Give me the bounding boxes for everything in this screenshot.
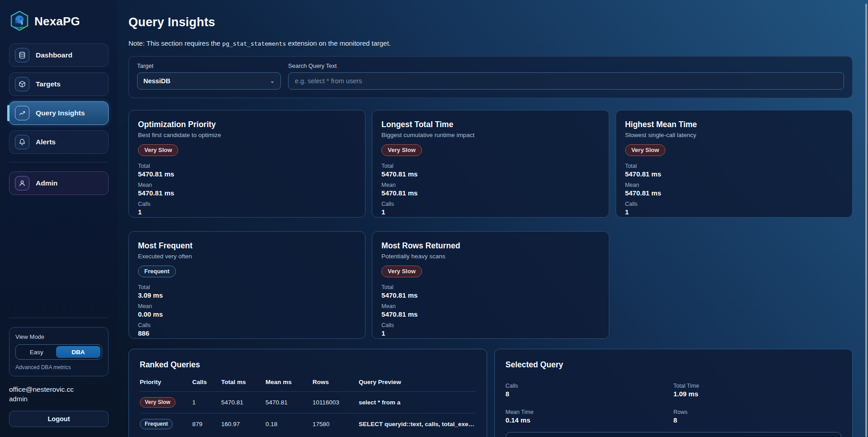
- card-subtitle: Executed very often: [138, 253, 356, 260]
- table-row[interactable]: Very Slow 1 5470.81 5470.81 10116003 sel…: [140, 391, 476, 413]
- view-mode-toggle: Easy DBA: [15, 344, 102, 360]
- column-header-rows: Rows: [313, 379, 353, 385]
- sidebar-divider: [9, 162, 109, 162]
- cell-rows: 17580: [313, 421, 353, 428]
- search-label: Search Query Text: [288, 62, 844, 69]
- column-header-mean-ms: Mean ms: [266, 379, 307, 385]
- sidebar-item-alerts[interactable]: Alerts: [9, 130, 109, 154]
- cell-total-ms: 160.97: [221, 421, 260, 428]
- sidebar-item-query-insights[interactable]: Query Insights: [9, 101, 109, 125]
- card-most-rows-returned: Most Rows Returned Potentially heavy sca…: [372, 231, 609, 339]
- sidebar-item-label: Query Insights: [36, 109, 85, 117]
- search-query-input[interactable]: [288, 72, 844, 90]
- svg-text:NexaPG: NexaPG: [14, 26, 24, 29]
- sidebar-item-label: Admin: [36, 179, 57, 187]
- user-role: admin: [9, 395, 109, 403]
- chart-trend-icon: [15, 106, 29, 120]
- card-title: Most Frequent: [138, 241, 356, 251]
- priority-badge: Frequent: [140, 419, 173, 429]
- card-highest-mean-time: Highest Mean Time Slowest single-call la…: [616, 110, 853, 218]
- card-most-frequent: Most Frequent Executed very often Freque…: [128, 231, 365, 339]
- stat-total-time: Total Time 1.09 ms: [674, 379, 841, 398]
- cell-calls: 879: [192, 421, 216, 428]
- stat-label: Mean: [138, 303, 356, 309]
- stat-value: 5470.81 ms: [381, 310, 599, 318]
- bottom-row: Ranked Queries Priority Calls Total ms M…: [128, 349, 853, 437]
- view-mode-panel: View Mode Easy DBA Advanced DBA metrics: [9, 327, 109, 376]
- note-prefix: Note: This section requires the: [128, 39, 222, 47]
- stat-label: Total Time: [674, 383, 841, 389]
- stat-label: Calls: [625, 201, 843, 207]
- sidebar-spacer: [9, 200, 109, 318]
- stat-value: 1: [381, 329, 599, 337]
- app-title: NexaPG: [34, 14, 80, 28]
- cell-query-preview: SELECT queryid::text, calls, total_exec_…: [359, 421, 476, 428]
- stat-label: Mean: [138, 182, 356, 188]
- sidebar-item-admin[interactable]: Admin: [9, 171, 109, 195]
- cell-rows: 10116003: [313, 399, 353, 406]
- card-title: Highest Mean Time: [625, 120, 843, 129]
- search-field-group: Search Query Text: [288, 62, 844, 90]
- card-subtitle: Slowest single-call latency: [625, 132, 843, 138]
- database-icon: [15, 48, 29, 62]
- cell-mean-ms: 5470.81: [266, 399, 307, 406]
- dba-mode-button[interactable]: DBA: [56, 346, 100, 358]
- vertical-scrollbar[interactable]: [865, 4, 867, 437]
- cube-icon: [15, 77, 29, 91]
- priority-badge: Very Slow: [138, 144, 178, 156]
- stat-value: 1.09 ms: [674, 390, 841, 398]
- main-content: Query Insights Note: This section requir…: [118, 0, 868, 437]
- target-select[interactable]: NessiDB ⌄: [137, 72, 281, 90]
- stat-label: Mean: [381, 182, 599, 188]
- user-email: office@nesterovic.cc: [9, 385, 109, 394]
- stat-label: Calls: [138, 201, 356, 207]
- card-title: Longest Total Time: [381, 120, 599, 129]
- stat-value: 8: [506, 390, 674, 398]
- user-icon: [15, 176, 29, 190]
- column-header-total-ms: Total ms: [221, 379, 260, 385]
- stat-label: Total: [381, 163, 599, 169]
- table-header-row: Priority Calls Total ms Mean ms Rows Que…: [140, 379, 476, 391]
- page-note: Note: This section requires the pg_stat_…: [128, 39, 853, 47]
- stat-rows: Rows 8: [674, 405, 841, 424]
- stat-value: 1: [625, 208, 843, 216]
- stat-value: 0.14 ms: [506, 416, 674, 424]
- sidebar-item-targets[interactable]: Targets: [9, 72, 109, 96]
- card-optimization-priority: Optimization Priority Best first candida…: [128, 110, 365, 218]
- sidebar-item-label: Alerts: [36, 138, 56, 146]
- note-suffix: extension on the monitored target.: [286, 39, 391, 47]
- stat-value: 5470.81 ms: [138, 170, 356, 178]
- card-subtitle: Biggest cumulative runtime impact: [381, 132, 599, 138]
- note-extension-code: pg_stat_statements: [222, 40, 286, 47]
- stat-value: 8: [674, 416, 841, 424]
- logout-button[interactable]: Logout: [9, 411, 109, 427]
- priority-badge: Very Slow: [381, 144, 422, 156]
- stat-value: 0.00 ms: [138, 310, 356, 318]
- empty-grid-cell: [616, 231, 853, 339]
- stat-label: Calls: [506, 383, 674, 389]
- bell-icon: [15, 135, 29, 149]
- ranked-queries-panel: Ranked Queries Priority Calls Total ms M…: [128, 349, 487, 437]
- stat-label: Total: [138, 284, 356, 290]
- target-label: Target: [137, 62, 281, 69]
- stat-value: 3.09 ms: [138, 291, 356, 299]
- sidebar-item-dashboard[interactable]: Dashboard: [9, 43, 109, 67]
- card-title: Optimization Priority: [138, 120, 356, 129]
- easy-mode-button[interactable]: Easy: [17, 346, 56, 358]
- sidebar-item-label: Targets: [36, 80, 61, 88]
- nexapg-logo-icon: NexaPG: [10, 11, 29, 32]
- stat-label: Mean: [381, 303, 599, 309]
- view-mode-label: View Mode: [15, 333, 102, 340]
- stat-value: 886: [138, 329, 356, 337]
- metric-cards-row-2: Most Frequent Executed very often Freque…: [128, 231, 853, 339]
- priority-badge: Very Slow: [140, 397, 175, 408]
- stat-label: Total: [381, 284, 599, 290]
- card-title: Most Rows Returned: [381, 241, 599, 251]
- card-longest-total-time: Longest Total Time Biggest cumulative ru…: [372, 110, 609, 218]
- cell-query-preview: select * from a: [359, 399, 476, 406]
- cell-calls: 1: [192, 399, 216, 406]
- table-row[interactable]: Frequent 879 160.97 0.18 17580 SELECT qu…: [140, 413, 476, 435]
- stat-mean-time: Mean Time 0.14 ms: [506, 405, 674, 424]
- stat-label: Rows: [674, 409, 841, 415]
- stat-value: 5470.81 ms: [381, 189, 599, 197]
